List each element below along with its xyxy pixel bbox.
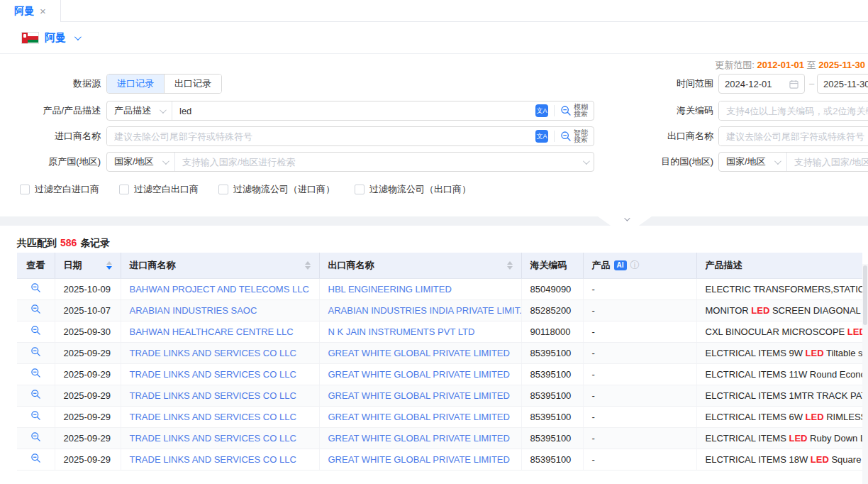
exporter-link[interactable]: GREAT WHITE GLOBAL PRIVATE LIMITED [328,348,510,358]
filter-checkbox[interactable]: 过滤空白出口商 [119,183,199,196]
country-header: 阿曼 [0,22,868,53]
importer-link[interactable]: BAHWAN HEALTHCARE CENTRE LLC [130,326,294,337]
exporter-input-group [718,126,868,146]
importer-link[interactable]: ARABIAN INDUSTRIES SAOC [130,305,257,316]
filter-form: 更新范围: 2012-01-01 至 2025-11-30 数据源 进口记录 出… [0,53,868,216]
exporter-link[interactable]: HBL ENGINEERING LIMITED [328,284,452,295]
hs-code-value: 85285200 [521,299,583,321]
importer-link[interactable]: TRADE LINKS AND SERVICES CO LLC [130,412,296,422]
results-summary: 共匹配到586条记录 [0,226,868,253]
product-cell: - [583,406,696,427]
product-cell: - [583,342,696,363]
country-name[interactable]: 阿曼 [45,31,66,45]
col-importer[interactable]: 进口商名称 [121,253,319,278]
exporter-label: 出口商名称 [624,126,713,146]
checkbox-icon[interactable] [119,185,129,194]
filter-checkbox[interactable]: 过滤物流公司（出口商） [355,183,471,196]
exporter-link[interactable]: GREAT WHITE GLOBAL PRIVATE LIMITED [328,454,510,465]
exporter-link[interactable]: GREAT WHITE GLOBAL PRIVATE LIMITED [328,369,510,380]
filter-checkbox[interactable]: 过滤物流公司（进口商） [218,183,335,196]
update-range-from: 2012-01-01 [757,60,804,70]
importer-link[interactable]: TRADE LINKS AND SERVICES CO LLC [130,369,296,380]
exporter-link[interactable]: GREAT WHITE GLOBAL PRIVATE LIMITED [328,433,510,444]
sort-icon-exporter[interactable] [507,261,513,270]
importer-link[interactable]: TRADE LINKS AND SERVICES CO LLC [130,433,296,444]
product-input-group: 产品描述 文A 模糊 搜索 [106,101,594,121]
view-record-button[interactable] [30,453,41,463]
results-panel: 共匹配到586条记录 查看 日期 进口商名称 出口商 [0,226,868,484]
importer-input-group: 文A 智能 搜索 [106,126,594,146]
view-record-button[interactable] [30,304,41,314]
fuzzy-search-button[interactable]: 模糊 搜索 [560,104,588,118]
tab-oman[interactable]: 阿曼 × [0,0,61,22]
hs-code-value: 85395100 [521,427,583,449]
tab-import-records[interactable]: 进口记录 [107,75,164,93]
translate-icon[interactable]: 文A [535,130,548,143]
filter-checkbox[interactable]: 过滤空白进口商 [20,183,99,196]
chevron-down-icon [774,158,781,165]
record-date: 2025-09-30 [55,321,121,342]
exporter-name-input[interactable] [719,127,868,145]
exporter-link[interactable]: N K JAIN INSTRUMENTS PVT LTD [328,326,475,337]
checkbox-icon[interactable] [20,185,30,194]
close-icon[interactable]: × [40,6,46,16]
time-range-start-input[interactable]: 2024-12-01 [718,74,805,94]
view-record-button[interactable] [30,368,41,378]
time-range-start-value: 2024-12-01 [725,79,772,89]
view-record-button[interactable] [30,282,41,293]
record-date: 2025-09-29 [55,427,121,449]
info-icon[interactable]: ⓘ [630,259,640,272]
tab-export-records[interactable]: 出口记录 [164,75,221,93]
translate-icon[interactable]: 文A [535,104,548,117]
importer-link[interactable]: BAHWAN PROJECT AND TELECOMS LLC [130,284,309,295]
importer-link[interactable]: TRADE LINKS AND SERVICES CO LLC [130,348,296,358]
importer-link[interactable]: TRADE LINKS AND SERVICES CO LLC [130,454,296,465]
sort-icon-importer[interactable] [305,261,311,270]
view-record-button[interactable] [30,410,41,421]
col-date[interactable]: 日期 [55,253,121,278]
time-range-end-input[interactable]: 2025-11-30 [817,74,868,94]
importer-link[interactable]: TRADE LINKS AND SERVICES CO LLC [130,390,296,401]
view-record-button[interactable] [30,346,41,357]
importer-label: 进口商名称 [0,126,101,146]
hs-code-value: 85395100 [521,363,583,385]
view-record-button[interactable] [30,431,41,442]
destination-input[interactable] [787,153,868,171]
sort-icon-date[interactable] [106,261,112,270]
records-table: 查看 日期 进口商名称 出口商名称 海关编码 [17,253,862,471]
exporter-link[interactable]: GREAT WHITE GLOBAL PRIVATE LIMITED [328,390,510,401]
vertical-scrollbar[interactable] [862,264,868,484]
magnifier-icon [30,389,41,400]
table-row: 2025-09-29 TRADE LINKS AND SERVICES CO L… [17,342,862,363]
hs-code-input[interactable] [719,101,868,120]
importer-name-input[interactable] [107,127,535,145]
magnifier-icon [30,453,41,463]
product-search-input[interactable] [172,101,535,120]
table-row: 2025-09-29 TRADE LINKS AND SERVICES CO L… [17,427,862,449]
destination-select[interactable]: 国家/地区 [719,153,787,171]
checkbox-icon[interactable] [355,185,365,194]
product-description: ELCTRICAL ITEMS 6W LED RIMLESS ... [696,406,862,427]
ai-badge: AI [614,260,627,270]
product-description: ELCTRICAL ITEMS 1MTR TRACK PATT... [696,385,862,406]
origin-country-select[interactable]: 国家/地区 [107,153,175,171]
exporter-link[interactable]: GREAT WHITE GLOBAL PRIVATE LIMITED [328,412,510,422]
hs-code-label: 海关编码 [624,101,713,121]
exporter-link[interactable]: ARABIAN INDUSTRIES INDIA PRIVATE LIMIT..… [328,305,522,316]
magnifier-icon [30,368,41,378]
product-type-select[interactable]: 产品描述 [107,101,172,120]
smart-search-button[interactable]: 智能 搜索 [560,129,588,143]
product-cell: - [583,278,696,299]
view-record-button[interactable] [30,389,41,400]
collapse-form-button[interactable] [598,216,652,226]
chevron-down-icon[interactable] [74,33,82,40]
origin-country-input[interactable] [175,153,580,171]
chevron-down-icon [624,215,630,221]
view-record-button[interactable] [30,325,41,336]
chevron-down-icon [162,158,169,165]
col-exporter[interactable]: 出口商名称 [319,253,521,278]
magnifier-icon [30,282,41,293]
col-product: 产品 AI ⓘ [583,253,696,278]
product-description: CXL BINOCULAR MICROSCOPE LED (... [696,321,862,342]
checkbox-icon[interactable] [218,185,228,194]
